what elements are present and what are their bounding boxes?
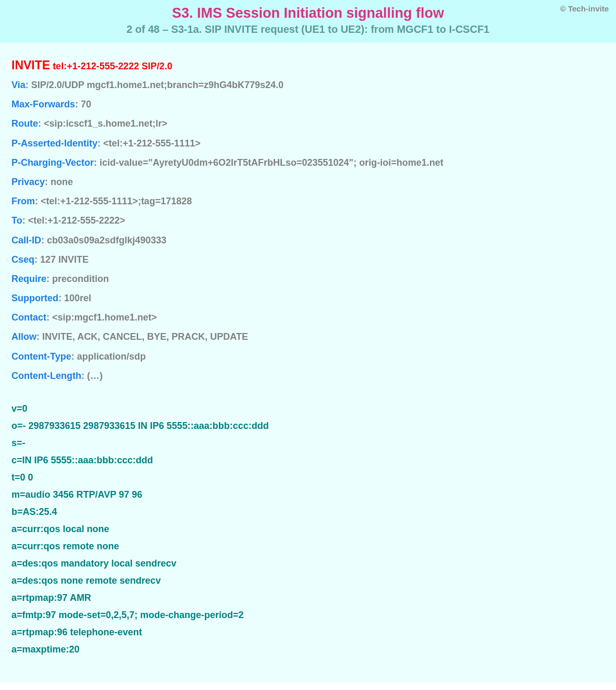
sip-header-name: Max-Forwards: [11, 99, 75, 109]
sip-header-value: : <tel:+1-212-555-2222>: [22, 215, 126, 226]
sip-header-line: Content-Type: application/sdp: [11, 350, 605, 363]
sip-header-name: Privacy: [11, 177, 45, 187]
sdp-line: a=des:qos mandatory local sendrecv: [11, 558, 605, 569]
sip-method: INVITE: [11, 58, 50, 72]
sdp-line: a=rtpmap:96 telephone-event: [11, 627, 605, 638]
sdp-line: a=des:qos none remote sendrecv: [11, 575, 605, 586]
sip-header-name: Route: [11, 118, 38, 129]
sip-header-line: Require: precondition: [11, 273, 605, 286]
sdp-line: a=fmtp:97 mode-set=0,2,5,7; mode-change-…: [11, 610, 605, 621]
sip-header-line: Route: <sip:icscf1_s.home1.net;lr>: [11, 117, 605, 130]
sdp-line: o=- 2987933615 2987933615 IN IP6 5555::a…: [11, 421, 605, 432]
sip-header-value: : 127 INVITE: [34, 254, 89, 265]
sdp-line: b=AS:25.4: [11, 507, 605, 518]
sip-header-value: : none: [45, 177, 73, 187]
sdp-line: t=0 0: [11, 472, 605, 483]
sip-header-name: Call-ID: [11, 235, 41, 245]
sip-header-name: Require: [11, 274, 46, 284]
sip-header-name: Cseq: [11, 254, 34, 265]
sip-header-name: Supported: [11, 293, 58, 303]
sip-header-value: : (…): [81, 371, 103, 381]
sip-header-line: Supported: 100rel: [11, 292, 605, 305]
sip-header-value: : <sip:icscf1_s.home1.net;lr>: [38, 118, 167, 129]
sip-header-line: Via: SIP/2.0/UDP mgcf1.home1.net;branch=…: [11, 79, 605, 92]
sip-request-uri: tel:+1-212-555-2222 SIP/2.0: [50, 61, 173, 71]
sip-header-value: : <sip:mgcf1.home1.net>: [46, 312, 157, 323]
sip-header-line: To: <tel:+1-212-555-2222>: [11, 214, 605, 227]
sdp-line: v=0: [11, 403, 605, 414]
page-subtitle: 2 of 48 – S3-1a. SIP INVITE request (UE1…: [10, 23, 606, 35]
sdp-body-block: v=0o=- 2987933615 2987933615 IN IP6 5555…: [11, 403, 605, 655]
sip-header-name: Allow: [11, 331, 36, 342]
sip-header-name: To: [11, 215, 22, 226]
sip-header-value: : precondition: [46, 274, 109, 284]
sip-header-name: Via: [11, 80, 26, 90]
sip-header-name: From: [11, 196, 35, 206]
sip-header-value: : INVITE, ACK, CANCEL, BYE, PRACK, UPDAT…: [36, 331, 248, 342]
page-title: S3. IMS Session Initiation signalling fl…: [10, 5, 606, 21]
sip-header-line: From: <tel:+1-212-555-1111>;tag=171828: [11, 195, 605, 208]
sip-header-value: : 100rel: [58, 293, 91, 303]
sdp-line: a=curr:qos remote none: [11, 541, 605, 552]
sip-header-value: : <tel:+1-212-555-1111>;tag=171828: [35, 196, 192, 206]
message-content: INVITE tel:+1-212-555-2222 SIP/2.0 Via: …: [0, 43, 616, 682]
sip-header-line: Privacy: none: [11, 176, 605, 189]
sdp-line: a=curr:qos local none: [11, 524, 605, 535]
sip-header-line: Max-Forwards: 70: [11, 98, 605, 111]
sip-header-value: : cb03a0s09a2sdfglkj490333: [41, 235, 166, 245]
sip-header-value: : icid-value="AyretyU0dm+6O2IrT5tAFrbHLs…: [94, 157, 443, 168]
sip-header-value: : SIP/2.0/UDP mgcf1.home1.net;branch=z9h…: [26, 80, 284, 90]
sdp-line: a=rtpmap:97 AMR: [11, 593, 605, 603]
sip-headers-block: Via: SIP/2.0/UDP mgcf1.home1.net;branch=…: [11, 79, 605, 383]
page-header: © Tech-invite S3. IMS Session Initiation…: [0, 0, 616, 43]
sip-header-line: Contact: <sip:mgcf1.home1.net>: [11, 311, 605, 324]
sdp-line: m=audio 3456 RTP/AVP 97 96: [11, 489, 605, 500]
sip-header-line: Content-Length: (…): [11, 369, 605, 383]
sip-header-name: Contact: [11, 312, 46, 323]
copyright-label: © Tech-invite: [560, 4, 609, 13]
sip-header-line: Cseq: 127 INVITE: [11, 253, 605, 266]
sdp-line: s=-: [11, 438, 605, 449]
sip-header-line: P-Charging-Vector: icid-value="AyretyU0d…: [11, 156, 605, 169]
sdp-line: c=IN IP6 5555::aaa:bbb:ccc:ddd: [11, 455, 605, 466]
sdp-line: a=maxptime:20: [11, 644, 605, 655]
sip-header-line: Allow: INVITE, ACK, CANCEL, BYE, PRACK, …: [11, 330, 605, 343]
sip-header-name: Content-Type: [11, 351, 71, 362]
sip-request-line: INVITE tel:+1-212-555-2222 SIP/2.0: [11, 58, 605, 72]
sip-header-name: P-Charging-Vector: [11, 157, 94, 168]
sip-header-name: P-Asserted-Identity: [11, 138, 97, 149]
sip-header-name: Content-Length: [11, 371, 81, 381]
sip-header-value: : application/sdp: [71, 351, 146, 362]
sip-header-value: : 70: [75, 99, 91, 109]
sip-header-line: Call-ID: cb03a0s09a2sdfglkj490333: [11, 234, 605, 247]
sip-header-line: P-Asserted-Identity: <tel:+1-212-555-111…: [11, 137, 605, 150]
sip-header-value: : <tel:+1-212-555-1111>: [97, 138, 201, 149]
